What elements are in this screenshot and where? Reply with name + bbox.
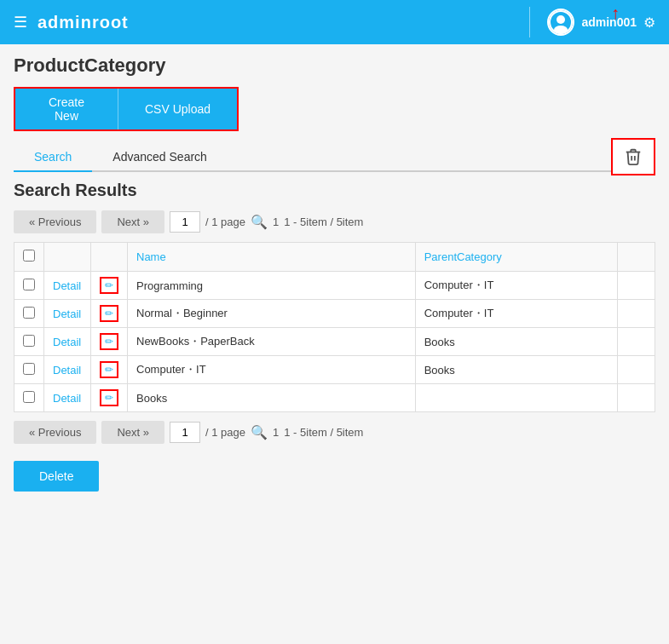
edit-button[interactable]: ✏: [100, 333, 118, 350]
detail-link[interactable]: Detail: [53, 279, 81, 292]
row-checkbox-cell: [14, 300, 44, 328]
row-edit-cell: ✏: [91, 272, 128, 300]
row-checkbox[interactable]: [23, 279, 35, 290]
header-right: admin001 ⚙: [529, 7, 655, 37]
row-detail-cell: Detail: [44, 272, 91, 300]
username-label: admin001: [581, 15, 637, 29]
page-total-bottom: / 1 page: [205, 426, 245, 439]
svg-point-2: [554, 26, 568, 34]
prev-button-bottom[interactable]: « Previous: [14, 421, 96, 444]
action-bar: Create New CSV Upload: [14, 87, 239, 131]
detail-link[interactable]: Detail: [53, 308, 81, 320]
prev-button-top[interactable]: « Previous: [14, 210, 96, 233]
edit-button[interactable]: ✏: [100, 361, 118, 378]
row-name-cell: Normal・Beginner: [128, 300, 416, 328]
row-checkbox[interactable]: [23, 391, 35, 403]
row-extra-cell: [617, 384, 655, 412]
row-parent-cell: Computer・IT: [415, 272, 617, 300]
results-table: Name ParentCategory Detail ✏ Programming…: [14, 242, 655, 412]
pagination-bottom: « Previous Next » / 1 page 🔍 1 1 - 5item…: [14, 421, 655, 444]
table-row: Detail ✏ Programming Computer・IT: [14, 272, 655, 300]
th-detail: [44, 243, 91, 272]
svg-point-1: [557, 15, 565, 24]
detail-link[interactable]: Detail: [53, 364, 81, 377]
delete-icon-box[interactable]: [611, 138, 655, 175]
csv-upload-button[interactable]: CSV Upload: [118, 89, 237, 129]
app-title: adminroot: [37, 13, 129, 32]
row-detail-cell: Detail: [44, 300, 91, 328]
row-checkbox-cell: [14, 356, 44, 384]
table-row: Detail ✏ Normal・Beginner Computer・IT: [14, 300, 655, 328]
row-extra-cell: [617, 328, 655, 356]
table-row: Detail ✏ Computer・IT Books: [14, 356, 655, 384]
th-extra: [617, 243, 655, 272]
edit-button[interactable]: ✏: [100, 389, 118, 406]
row-extra-cell: [617, 356, 655, 384]
row-extra-cell: [617, 300, 655, 328]
row-checkbox[interactable]: [23, 335, 35, 347]
edit-button[interactable]: ✏: [100, 305, 118, 322]
delete-button[interactable]: Delete: [14, 461, 99, 492]
page-total-top: / 1 page: [205, 216, 245, 228]
select-all-checkbox[interactable]: [23, 250, 35, 262]
page-content: ProductCategory Create New CSV Upload Se…: [0, 44, 669, 644]
row-name-cell: NewBooks・PaperBack: [128, 328, 416, 356]
detail-link[interactable]: Detail: [53, 336, 81, 348]
pagination-top: « Previous Next » / 1 page 🔍 1 1 - 5item…: [14, 210, 655, 233]
row-edit-cell: ✏: [91, 356, 128, 384]
menu-icon[interactable]: ☰: [14, 13, 27, 32]
row-edit-cell: ✏: [91, 328, 128, 356]
row-detail-cell: Detail: [44, 384, 91, 412]
row-checkbox[interactable]: [23, 307, 35, 319]
next-button-bottom[interactable]: Next »: [101, 421, 164, 444]
table-row: Detail ✏ NewBooks・PaperBack Books: [14, 328, 655, 356]
row-checkbox-cell: [14, 272, 44, 300]
row-checkbox-cell: [14, 384, 44, 412]
tab-advanced-search[interactable]: Advanced Search: [92, 143, 228, 172]
row-parent-cell: Books: [415, 328, 617, 356]
th-parent: ParentCategory: [415, 243, 617, 272]
row-checkbox[interactable]: [23, 363, 35, 375]
row-detail-cell: Detail: [44, 356, 91, 384]
gear-icon[interactable]: ⚙: [643, 14, 655, 31]
page-num-bottom: 1: [273, 426, 279, 439]
th-edit: [91, 243, 128, 272]
page-num-top: 1: [273, 216, 279, 228]
page-input-bottom[interactable]: [170, 422, 200, 443]
table-row: Detail ✏ Books: [14, 384, 655, 412]
row-name-cell: Books: [128, 384, 416, 412]
trash-icon: [624, 147, 643, 166]
detail-link[interactable]: Detail: [53, 392, 81, 405]
search-icon-top[interactable]: 🔍: [251, 214, 268, 230]
row-extra-cell: [617, 272, 655, 300]
row-edit-cell: ✏: [91, 300, 128, 328]
section-title: Search Results: [14, 181, 655, 200]
row-parent-cell: [415, 384, 617, 412]
row-checkbox-cell: [14, 328, 44, 356]
row-parent-cell: Computer・IT: [415, 300, 617, 328]
tab-search[interactable]: Search: [14, 143, 92, 172]
row-detail-cell: Detail: [44, 328, 91, 356]
avatar: [547, 9, 574, 36]
item-info-top: 1 - 5item / 5item: [284, 216, 363, 228]
th-checkbox: [14, 243, 44, 272]
row-name-cell: Computer・IT: [128, 356, 416, 384]
page-title: ProductCategory: [14, 55, 655, 77]
header: ☰ adminroot admin001 ⚙ ↑: [0, 0, 669, 44]
item-info-bottom: 1 - 5item / 5item: [284, 426, 363, 439]
header-divider: [529, 7, 530, 37]
search-icon-bottom[interactable]: 🔍: [251, 424, 268, 440]
table-header-row: Name ParentCategory: [14, 243, 655, 272]
row-name-cell: Programming: [128, 272, 416, 300]
th-name: Name: [128, 243, 416, 272]
row-edit-cell: ✏: [91, 384, 128, 412]
page-input-top[interactable]: [170, 211, 200, 233]
next-button-top[interactable]: Next »: [101, 210, 164, 233]
create-new-button[interactable]: Create New: [15, 89, 118, 129]
search-tabs: Search Advanced Search: [14, 143, 655, 172]
row-parent-cell: Books: [415, 356, 617, 384]
edit-button[interactable]: ✏: [100, 277, 118, 294]
